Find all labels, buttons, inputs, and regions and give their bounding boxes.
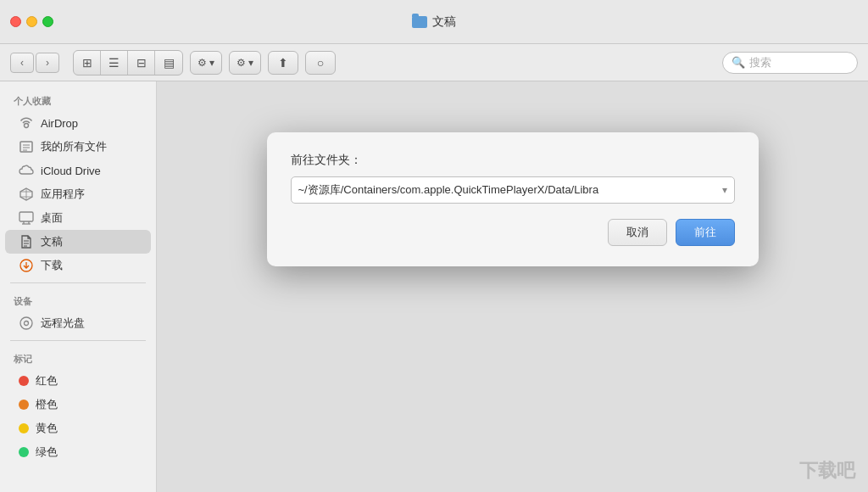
action-icon: ⚙ <box>236 57 246 69</box>
nav-buttons: ‹ › <box>10 53 59 73</box>
icon-view-button[interactable]: ⊞ <box>74 51 101 75</box>
sidebar-label-allfiles: 我的所有文件 <box>41 139 107 154</box>
sidebar-item-airdrop[interactable]: AirDrop <box>5 111 151 135</box>
cancel-button[interactable]: 取消 <box>608 219 667 246</box>
sidebar-item-desktop[interactable]: 桌面 <box>5 206 151 230</box>
sidebar-section-devices: 设备 <box>0 288 156 311</box>
sidebar-label-yellow: 黄色 <box>36 421 58 436</box>
forward-button[interactable]: › <box>36 53 59 73</box>
airdrop-icon <box>19 115 34 131</box>
back-button[interactable]: ‹ <box>10 53 34 73</box>
view-mode-group: ⊞ ☰ ⊟ ▤ <box>73 50 183 75</box>
traffic-lights <box>10 16 53 27</box>
sidebar-item-docs[interactable]: 文稿 <box>5 230 151 254</box>
column-view-button[interactable]: ⊟ <box>128 51 155 75</box>
close-button[interactable] <box>10 16 21 27</box>
sidebar-item-tag-yellow[interactable]: 黄色 <box>5 417 151 440</box>
window-title: 文稿 <box>412 14 456 30</box>
dialog-path-input[interactable]: ~/资源库/Containers/com.apple.QuickTimePlay… <box>291 176 735 204</box>
sidebar-label-red: 红色 <box>36 373 58 389</box>
action-chevron: ▾ <box>248 57 253 69</box>
sidebar-label-green: 绿色 <box>36 444 58 460</box>
svg-point-13 <box>20 317 32 329</box>
dialog-overlay: 前往文件夹： ~/资源库/Containers/com.apple.QuickT… <box>157 81 868 492</box>
tag-dot-green <box>19 447 29 457</box>
list-view-button[interactable]: ☰ <box>101 51 128 75</box>
dialog-dropdown-chevron: ▾ <box>722 184 727 196</box>
file-area: 前往文件夹： ~/资源库/Containers/com.apple.QuickT… <box>157 81 868 492</box>
cover-flow-button[interactable]: ▤ <box>155 51 182 75</box>
goto-folder-dialog: 前往文件夹： ~/资源库/Containers/com.apple.QuickT… <box>267 132 759 266</box>
arrange-chevron: ▾ <box>209 57 214 69</box>
tag-dot-yellow <box>19 423 29 433</box>
sidebar-label-airdrop: AirDrop <box>41 117 78 130</box>
watermark: 下载吧 <box>799 458 855 484</box>
sidebar-item-tag-green[interactable]: 绿色 <box>5 440 151 464</box>
goto-button[interactable]: 前往 <box>676 219 735 246</box>
sidebar-section-favorites: 个人收藏 <box>0 88 156 111</box>
sidebar-label-apps: 应用程序 <box>41 187 85 202</box>
sidebar-label-desktop: 桌面 <box>41 210 63 226</box>
dialog-label: 前往文件夹： <box>291 153 735 168</box>
sidebar-divider-2 <box>10 340 146 341</box>
sidebar-item-tag-red[interactable]: 红色 <box>5 369 151 393</box>
sidebar-item-icloud[interactable]: iCloud Drive <box>5 159 151 182</box>
icloud-icon <box>19 163 34 178</box>
toolbar: ‹ › ⊞ ☰ ⊟ ▤ ⚙ ▾ ⚙ ▾ ⬆ ○ 🔍 搜索 <box>0 44 868 81</box>
sidebar-item-apps[interactable]: 应用程序 <box>5 182 151 206</box>
sidebar-section-tags: 标记 <box>0 346 156 369</box>
sidebar: 个人收藏 AirDrop 我的所有文件 <box>0 81 157 492</box>
tag-dot-orange <box>19 400 29 410</box>
search-box[interactable]: 🔍 搜索 <box>722 52 858 74</box>
main-content: 个人收藏 AirDrop 我的所有文件 <box>0 81 868 492</box>
search-icon: 🔍 <box>732 56 745 69</box>
dialog-path-text: ~/资源库/Containers/com.apple.QuickTimePlay… <box>298 182 717 198</box>
sidebar-label-remotedisc: 远程光盘 <box>41 316 85 331</box>
arrange-dropdown[interactable]: ⚙ ▾ <box>190 51 222 75</box>
desktop-icon <box>19 210 34 226</box>
svg-point-14 <box>25 321 29 326</box>
sidebar-item-remotedisc[interactable]: 远程光盘 <box>5 311 151 335</box>
tag-button[interactable]: ○ <box>305 51 336 75</box>
minimize-button[interactable] <box>26 16 37 27</box>
sidebar-label-orange: 橙色 <box>36 397 58 412</box>
allfiles-icon <box>19 139 34 154</box>
disc-icon <box>19 316 34 331</box>
sidebar-label-icloud: iCloud Drive <box>41 165 101 177</box>
sidebar-label-docs: 文稿 <box>41 234 63 249</box>
sidebar-item-tag-orange[interactable]: 橙色 <box>5 393 151 417</box>
dialog-buttons: 取消 前往 <box>291 219 735 246</box>
search-placeholder: 搜索 <box>749 55 771 70</box>
apps-icon <box>19 187 34 202</box>
tag-dot-red <box>19 376 29 386</box>
svg-rect-5 <box>19 212 33 221</box>
sidebar-item-allfiles[interactable]: 我的所有文件 <box>5 135 151 159</box>
maximize-button[interactable] <box>42 16 53 27</box>
sidebar-label-downloads: 下载 <box>41 258 63 273</box>
docs-icon <box>19 234 34 249</box>
sidebar-item-downloads[interactable]: 下载 <box>5 254 151 277</box>
share-button[interactable]: ⬆ <box>268 51 298 75</box>
action-dropdown[interactable]: ⚙ ▾ <box>229 51 261 75</box>
window-title-text: 文稿 <box>432 14 456 30</box>
sidebar-divider-1 <box>10 282 146 283</box>
svg-point-0 <box>25 124 29 128</box>
downloads-icon <box>19 258 34 273</box>
window-folder-icon <box>412 16 427 28</box>
title-bar: 文稿 <box>0 0 868 44</box>
arrange-icon: ⚙ <box>198 57 207 69</box>
